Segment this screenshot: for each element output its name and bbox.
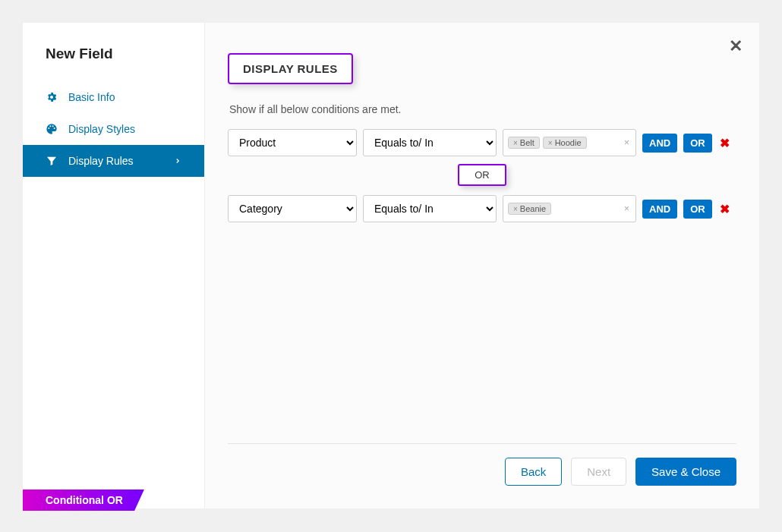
- tags-clear-icon[interactable]: ×: [624, 137, 629, 148]
- sidebar-item-label: Display Rules: [68, 155, 134, 167]
- content-panel: ✕ DISPLAY RULES Show if all below condit…: [205, 23, 759, 508]
- remove-rule-icon[interactable]: ✖: [720, 202, 730, 216]
- sidebar: New Field Basic Info Display Styles Disp…: [23, 23, 205, 508]
- palette-icon: [46, 123, 58, 135]
- chevron-right-icon: [174, 155, 181, 167]
- or-separator: OR: [228, 164, 736, 186]
- footer: Back Next Save & Close: [228, 443, 736, 486]
- close-icon[interactable]: ✕: [729, 36, 743, 56]
- or-button[interactable]: OR: [683, 134, 712, 153]
- tag-remove-icon[interactable]: ×: [548, 139, 553, 147]
- tags-clear-icon[interactable]: ×: [624, 203, 629, 214]
- sidebar-item-display-rules[interactable]: Display Rules: [23, 145, 204, 177]
- ribbon-label: Conditional OR: [23, 490, 144, 511]
- tag-remove-icon[interactable]: ×: [513, 205, 518, 213]
- gear-icon: [46, 91, 58, 103]
- operator-select[interactable]: Equals to/ In: [363, 195, 497, 222]
- tag: ×Belt: [508, 137, 540, 149]
- rule-row: Category Equals to/ In ×Beanie × AND OR …: [228, 195, 736, 222]
- value-tags[interactable]: ×Beanie ×: [503, 195, 636, 222]
- operator-select[interactable]: Equals to/ In: [363, 129, 497, 156]
- tag: ×Hoodie: [543, 137, 587, 149]
- and-button[interactable]: AND: [642, 200, 677, 219]
- field-select[interactable]: Product: [228, 129, 357, 156]
- next-button: Next: [571, 458, 626, 486]
- or-button[interactable]: OR: [683, 200, 712, 219]
- sidebar-title: New Field: [23, 46, 204, 81]
- and-button[interactable]: AND: [642, 134, 677, 153]
- sidebar-item-display-styles[interactable]: Display Styles: [23, 113, 204, 145]
- back-button[interactable]: Back: [505, 458, 562, 486]
- rules-container: Product Equals to/ In ×Belt ×Hoodie × AN…: [228, 129, 736, 428]
- save-close-button[interactable]: Save & Close: [635, 458, 736, 486]
- or-separator-label: OR: [458, 164, 506, 186]
- modal: New Field Basic Info Display Styles Disp…: [23, 23, 759, 508]
- tag: ×Beanie: [508, 203, 551, 215]
- funnel-icon: [46, 155, 58, 167]
- sidebar-item-label: Basic Info: [68, 91, 115, 103]
- tag-remove-icon[interactable]: ×: [513, 139, 518, 147]
- remove-rule-icon[interactable]: ✖: [720, 136, 730, 150]
- value-tags[interactable]: ×Belt ×Hoodie ×: [503, 129, 636, 156]
- section-title: DISPLAY RULES: [228, 53, 353, 84]
- section-description: Show if all below conditions are met.: [228, 103, 736, 115]
- field-select[interactable]: Category: [228, 195, 357, 222]
- sidebar-item-basic-info[interactable]: Basic Info: [23, 81, 204, 113]
- rule-row: Product Equals to/ In ×Belt ×Hoodie × AN…: [228, 129, 736, 156]
- sidebar-item-label: Display Styles: [68, 123, 135, 135]
